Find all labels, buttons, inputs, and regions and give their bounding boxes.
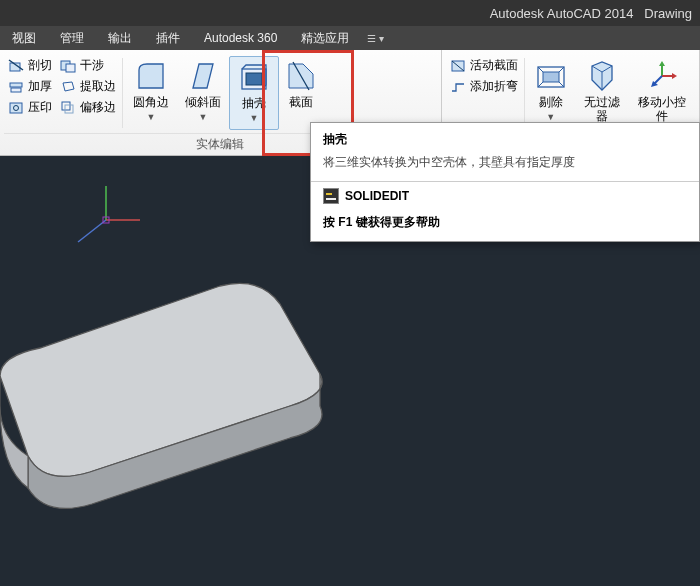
live-section-icon [450,58,466,74]
tool-extract-edges-label: 提取边 [80,78,116,95]
app-title-bar: Autodesk AutoCAD 2014 Drawing [0,0,700,26]
tool-slice-label: 剖切 [28,57,52,74]
tool-slice[interactable]: 剖切 [4,56,56,75]
taper-face-icon [187,60,219,92]
tool-offset-edges-label: 偏移边 [80,99,116,116]
svg-rect-3 [11,88,21,92]
svg-rect-11 [246,73,262,85]
menu-autodesk360[interactable]: Autodesk 360 [192,26,289,50]
tooltip-help: 按 F1 键获得更多帮助 [311,210,699,241]
menu-manage[interactable]: 管理 [48,26,96,50]
tool-no-filter[interactable]: 无过滤器▼ [575,56,630,130]
tool-extract-edges[interactable]: 提取边 [56,77,120,96]
tool-taper-face-label: 倾斜面 [185,95,221,109]
tooltip-title: 抽壳 [311,123,699,150]
extract-edges-icon [60,79,76,95]
svg-line-17 [538,67,543,72]
dropdown-caret-icon: ▼ [250,113,259,123]
dropdown-caret-icon: ▼ [199,112,208,122]
tool-fillet-edge[interactable]: 圆角边▼ [125,56,177,130]
tool-interfere[interactable]: 干涉 [56,56,120,75]
svg-rect-9 [65,105,73,113]
menu-featured-apps[interactable]: 精选应用 [289,26,361,50]
tool-move-gizmo-label: 移动小控件 [638,95,686,123]
tool-cull-label: 剔除 [539,95,563,109]
tooltip-description: 将三维实体转换为中空壳体，其壁具有指定厚度 [311,150,699,181]
tool-move-gizmo[interactable]: 移动小控件▼ [630,56,695,130]
menu-output[interactable]: 输出 [96,26,144,50]
svg-line-32 [78,220,106,242]
thicken-icon [8,79,24,95]
fillet-edge-icon [135,60,167,92]
tool-shell[interactable]: 抽壳▼ [229,56,279,130]
svg-line-18 [559,67,564,72]
tool-interfere-label: 干涉 [80,57,104,74]
svg-rect-4 [10,103,22,113]
svg-line-20 [538,82,543,87]
tool-no-filter-label: 无过滤器 [584,95,620,123]
tooltip-command: SOLIDEDIT [345,189,409,203]
menu-overflow-icon[interactable]: ☰ ▾ [367,33,384,44]
tool-shell-label: 抽壳 [242,96,266,110]
solid-model [0,256,340,516]
shell-icon [238,61,270,93]
command-line-icon [323,188,339,204]
svg-line-19 [559,82,564,87]
svg-marker-25 [659,61,665,66]
tool-thicken[interactable]: 加厚 [4,77,56,96]
svg-rect-8 [62,102,70,110]
svg-rect-16 [543,72,559,82]
app-name: Autodesk AutoCAD 2014 [490,6,634,21]
ucs-icon [66,180,146,260]
menu-bar: 视图 管理 输出 插件 Autodesk 360 精选应用 ☰ ▾ [0,26,700,50]
tool-add-jog-label: 添加折弯 [470,78,518,95]
svg-rect-7 [66,64,75,72]
slice-icon [8,58,24,74]
tool-section[interactable]: 截面 [279,56,323,130]
imprint-icon [8,100,24,116]
svg-rect-2 [10,83,22,87]
svg-marker-27 [672,73,677,79]
offset-edges-icon [60,100,76,116]
menu-view[interactable]: 视图 [0,26,48,50]
tooltip: 抽壳 将三维实体转换为中空壳体，其壁具有指定厚度 SOLIDEDIT 按 F1 … [310,122,700,242]
tool-taper-face[interactable]: 倾斜面▼ [177,56,229,130]
no-filter-icon [586,60,618,92]
tool-fillet-edge-label: 圆角边 [133,95,169,109]
section-icon [285,60,317,92]
tool-thicken-label: 加厚 [28,78,52,95]
interfere-icon [60,58,76,74]
dropdown-caret-icon: ▼ [546,112,555,122]
tool-live-section-label: 活动截面 [470,57,518,74]
tool-imprint-label: 压印 [28,99,52,116]
tool-cull[interactable]: 剔除▼ [527,56,575,130]
document-name: Drawing [644,6,692,21]
tool-offset-edges[interactable]: 偏移边 [56,98,120,117]
menu-plugins[interactable]: 插件 [144,26,192,50]
add-jog-icon [450,79,466,95]
tool-section-label: 截面 [289,95,313,109]
move-gizmo-icon [646,60,678,92]
tool-live-section[interactable]: 活动截面 [446,56,522,75]
dropdown-caret-icon: ▼ [147,112,156,122]
tool-add-jog[interactable]: 添加折弯 [446,77,522,96]
tool-imprint[interactable]: 压印 [4,98,56,117]
cull-icon [535,60,567,92]
